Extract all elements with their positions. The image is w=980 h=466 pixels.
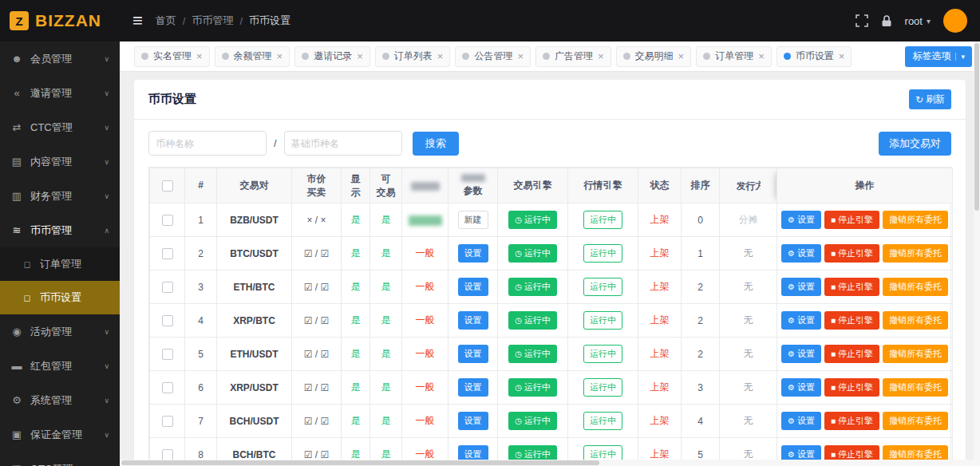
trade-engine-button[interactable]: ◷运行中: [508, 278, 557, 295]
tab-label: 交易明细: [635, 49, 674, 63]
trade-engine-button[interactable]: ◷运行中: [508, 345, 557, 362]
tab-2[interactable]: 邀请记录×: [294, 46, 370, 67]
trade-engine-button[interactable]: ◷运行中: [508, 378, 557, 396]
stop-engine-button[interactable]: ■停止引擎: [824, 311, 879, 329]
sidebar-item-3[interactable]: ▤内容管理∨: [0, 144, 120, 179]
param-button[interactable]: 新建: [458, 211, 488, 228]
row-checkbox[interactable]: [162, 282, 173, 293]
settings-button[interactable]: ⚙设置: [781, 211, 821, 228]
trade-engine-button[interactable]: ◷运行中: [508, 412, 557, 429]
param-button[interactable]: 设置: [458, 412, 488, 429]
quote-engine-button[interactable]: 运行中: [583, 211, 622, 228]
tab-5[interactable]: 广告管理×: [535, 46, 611, 67]
sidebar-item-2[interactable]: ⇄CTC管理∨: [0, 110, 120, 144]
settings-button[interactable]: ⚙设置: [781, 345, 821, 362]
param-button[interactable]: 设置: [458, 378, 488, 396]
quote-engine-button[interactable]: 运行中: [583, 278, 622, 295]
stop-engine-button[interactable]: ■停止引擎: [824, 345, 879, 362]
tags-options-button[interactable]: 标签选项 ▾: [905, 46, 972, 67]
user-menu[interactable]: root ▾: [905, 15, 931, 27]
param-button[interactable]: 设置: [458, 278, 488, 295]
quote-engine-button[interactable]: 运行中: [583, 244, 622, 262]
tab-8[interactable]: 币币设置×: [776, 46, 852, 67]
horizontal-scrollbar[interactable]: [120, 460, 974, 466]
sidebar-item-5[interactable]: ≋币币管理∧: [0, 213, 120, 247]
row-checkbox[interactable]: [162, 315, 173, 326]
tab-1[interactable]: 余额管理×: [215, 46, 290, 67]
close-icon[interactable]: ×: [357, 51, 363, 61]
search-button[interactable]: 搜索: [413, 132, 459, 156]
cancel-all-orders-button[interactable]: 撤销所有委托: [883, 211, 948, 228]
close-icon[interactable]: ×: [196, 51, 203, 61]
stop-engine-button[interactable]: ■停止引擎: [824, 278, 879, 295]
quote-engine-button[interactable]: 运行中: [583, 311, 622, 329]
close-icon[interactable]: ×: [517, 51, 524, 61]
sidebar-item-9[interactable]: ▣保证金管理∨: [0, 417, 120, 452]
quote-engine-button[interactable]: 运行中: [583, 345, 622, 362]
avatar[interactable]: [943, 9, 967, 33]
row-checkbox[interactable]: [162, 215, 173, 226]
scrollbar-thumb[interactable]: [974, 43, 979, 211]
sidebar-subitem-1[interactable]: ◻币币设置: [0, 281, 120, 314]
sidebar-item-7[interactable]: ▬红包管理∨: [0, 349, 120, 383]
scrollbar-thumb[interactable]: [121, 460, 599, 465]
settings-button[interactable]: ⚙设置: [781, 244, 821, 262]
cancel-all-orders-button[interactable]: 撤销所有委托: [883, 345, 948, 362]
param-button[interactable]: 设置: [458, 244, 488, 262]
select-all-checkbox[interactable]: [162, 180, 173, 192]
trade-engine-button[interactable]: ◷运行中: [508, 311, 557, 329]
settings-button[interactable]: ⚙设置: [781, 378, 821, 396]
close-icon[interactable]: ×: [277, 51, 283, 61]
settings-button[interactable]: ⚙设置: [781, 412, 821, 429]
cancel-all-orders-button[interactable]: 撤销所有委托: [883, 311, 948, 329]
cancel-all-orders-button[interactable]: 撤销所有委托: [883, 412, 948, 429]
add-pair-button[interactable]: 添加交易对: [879, 132, 951, 156]
row-checkbox[interactable]: [162, 449, 173, 460]
sidebar-item-1[interactable]: «邀请管理∨: [0, 76, 120, 110]
row-checkbox[interactable]: [162, 382, 173, 393]
sidebar-item-8[interactable]: ⚙系统管理∨: [0, 383, 120, 417]
refresh-button[interactable]: ↻ 刷新: [909, 89, 951, 109]
row-checkbox[interactable]: [162, 248, 173, 259]
lock-icon[interactable]: [881, 14, 892, 27]
coin-name-input[interactable]: [148, 131, 267, 156]
close-icon[interactable]: ×: [437, 51, 444, 61]
stop-engine-button[interactable]: ■停止引擎: [824, 211, 879, 228]
stop-engine-button[interactable]: ■停止引擎: [824, 244, 879, 262]
sidebar-item-0[interactable]: ☻会员管理∨: [0, 41, 120, 76]
cancel-all-orders-button[interactable]: 撤销所有委托: [883, 378, 948, 396]
tab-3[interactable]: 订单列表×: [375, 46, 451, 67]
trade-engine-button[interactable]: ◷运行中: [508, 211, 557, 228]
quote-engine-button[interactable]: 运行中: [583, 412, 622, 429]
stop-engine-button[interactable]: ■停止引擎: [824, 378, 879, 396]
tab-7[interactable]: 订单管理×: [696, 46, 772, 67]
stop-engine-button[interactable]: ■停止引擎: [824, 412, 879, 429]
settings-button[interactable]: ⚙设置: [781, 278, 821, 295]
cancel-all-orders-button[interactable]: 撤销所有委托: [883, 278, 948, 295]
row-checkbox[interactable]: [162, 349, 173, 360]
close-icon[interactable]: ×: [758, 51, 765, 61]
vertical-scrollbar[interactable]: [974, 41, 980, 466]
row-checkbox[interactable]: [162, 416, 173, 427]
close-icon[interactable]: ×: [839, 51, 845, 61]
trade-engine-button[interactable]: ◷运行中: [508, 244, 557, 262]
param-button[interactable]: 设置: [458, 345, 488, 362]
quote-engine-button[interactable]: 运行中: [583, 378, 622, 396]
base-coin-input[interactable]: [284, 131, 402, 156]
close-icon[interactable]: ×: [678, 51, 685, 61]
close-icon[interactable]: ×: [598, 51, 604, 61]
cancel-all-orders-button[interactable]: 撤销所有委托: [883, 244, 948, 262]
param-button[interactable]: 设置: [458, 311, 488, 329]
breadcrumb-item[interactable]: 币币管理: [192, 14, 233, 28]
menu-toggle-icon[interactable]: ≡: [132, 12, 143, 30]
sidebar-item-10[interactable]: ▤OTC管理∨: [0, 452, 120, 466]
settings-button[interactable]: ⚙设置: [781, 311, 821, 329]
fullscreen-icon[interactable]: [856, 14, 868, 27]
sidebar-item-4[interactable]: ▥财务管理∨: [0, 179, 120, 213]
tab-0[interactable]: 实名管理×: [134, 46, 210, 67]
sidebar-subitem-0[interactable]: ◻订单管理: [0, 247, 120, 281]
sidebar-item-6[interactable]: ◉活动管理∨: [0, 314, 120, 349]
tab-6[interactable]: 交易明细×: [616, 46, 692, 67]
tab-4[interactable]: 公告管理×: [455, 46, 531, 67]
breadcrumb-item[interactable]: 首页: [156, 14, 176, 28]
